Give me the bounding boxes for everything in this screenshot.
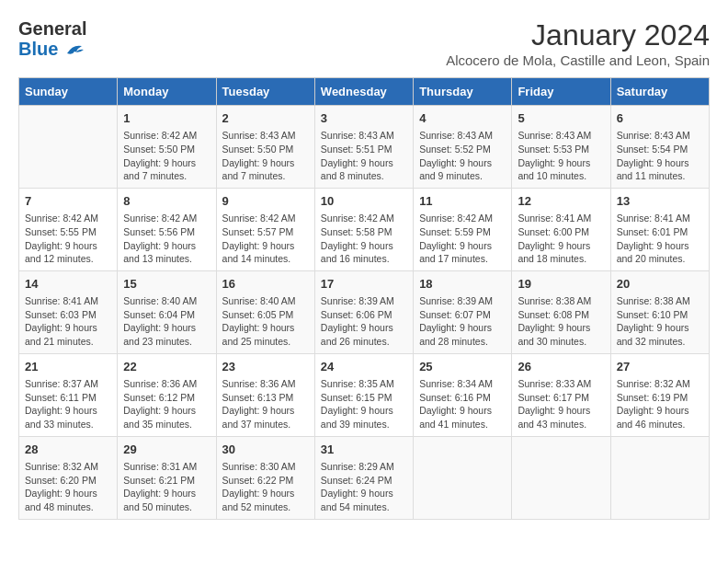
day-content: Sunrise: 8:30 AM Sunset: 6:22 PM Dayligh… xyxy=(222,460,309,514)
header-wednesday: Wednesday xyxy=(314,78,413,106)
day-content: Sunrise: 8:38 AM Sunset: 6:10 PM Dayligh… xyxy=(617,294,703,349)
day-number: 10 xyxy=(321,193,407,210)
header-thursday: Thursday xyxy=(414,78,512,106)
calendar-cell: 16Sunrise: 8:40 AM Sunset: 6:05 PM Dayli… xyxy=(216,270,314,353)
header-tuesday: Tuesday xyxy=(216,78,314,106)
day-content: Sunrise: 8:43 AM Sunset: 5:52 PM Dayligh… xyxy=(419,129,506,183)
calendar-cell: 9Sunrise: 8:42 AM Sunset: 5:57 PM Daylig… xyxy=(216,188,314,270)
calendar-cell: 28Sunrise: 8:32 AM Sunset: 6:20 PM Dayli… xyxy=(19,436,118,519)
day-number: 16 xyxy=(222,276,309,293)
calendar-week-1: 7Sunrise: 8:42 AM Sunset: 5:55 PM Daylig… xyxy=(19,188,710,270)
calendar-header: Sunday Monday Tuesday Wednesday Thursday… xyxy=(19,78,710,106)
day-number: 11 xyxy=(419,193,506,210)
day-content: Sunrise: 8:29 AM Sunset: 6:24 PM Dayligh… xyxy=(321,460,407,514)
day-content: Sunrise: 8:36 AM Sunset: 6:13 PM Dayligh… xyxy=(222,377,309,431)
calendar-week-0: 1Sunrise: 8:42 AM Sunset: 5:50 PM Daylig… xyxy=(19,106,710,189)
day-content: Sunrise: 8:41 AM Sunset: 6:03 PM Dayligh… xyxy=(25,294,111,349)
day-number: 19 xyxy=(518,276,604,293)
calendar-cell xyxy=(19,106,118,189)
calendar-cell: 23Sunrise: 8:36 AM Sunset: 6:13 PM Dayli… xyxy=(216,353,314,436)
day-content: Sunrise: 8:38 AM Sunset: 6:08 PM Dayligh… xyxy=(518,294,604,349)
main-title: January 2024 xyxy=(446,18,710,52)
header-saturday: Saturday xyxy=(610,78,709,106)
day-number: 9 xyxy=(222,193,309,210)
day-content: Sunrise: 8:42 AM Sunset: 5:56 PM Dayligh… xyxy=(123,212,210,266)
calendar-cell: 6Sunrise: 8:43 AM Sunset: 5:54 PM Daylig… xyxy=(610,106,709,189)
day-number: 13 xyxy=(617,193,703,210)
day-content: Sunrise: 8:34 AM Sunset: 6:16 PM Dayligh… xyxy=(419,377,506,431)
calendar-cell xyxy=(610,436,709,519)
day-content: Sunrise: 8:41 AM Sunset: 6:00 PM Dayligh… xyxy=(518,212,604,266)
calendar-cell: 5Sunrise: 8:43 AM Sunset: 5:53 PM Daylig… xyxy=(512,106,610,189)
calendar-cell: 21Sunrise: 8:37 AM Sunset: 6:11 PM Dayli… xyxy=(19,353,118,436)
day-number: 4 xyxy=(419,110,506,127)
day-content: Sunrise: 8:35 AM Sunset: 6:15 PM Dayligh… xyxy=(321,377,407,431)
calendar-cell xyxy=(414,436,512,519)
logo-bird-icon xyxy=(65,40,85,61)
day-number: 14 xyxy=(25,276,111,293)
calendar-cell: 25Sunrise: 8:34 AM Sunset: 6:16 PM Dayli… xyxy=(414,353,512,436)
day-number: 8 xyxy=(123,193,210,210)
calendar-cell: 15Sunrise: 8:40 AM Sunset: 6:04 PM Dayli… xyxy=(118,270,216,353)
calendar-cell: 20Sunrise: 8:38 AM Sunset: 6:10 PM Dayli… xyxy=(610,270,709,353)
calendar-cell: 10Sunrise: 8:42 AM Sunset: 5:58 PM Dayli… xyxy=(314,188,413,270)
calendar-table: Sunday Monday Tuesday Wednesday Thursday… xyxy=(18,77,710,520)
calendar-cell: 1Sunrise: 8:42 AM Sunset: 5:50 PM Daylig… xyxy=(118,106,216,189)
calendar-cell: 31Sunrise: 8:29 AM Sunset: 6:24 PM Dayli… xyxy=(314,436,413,519)
calendar-cell: 11Sunrise: 8:42 AM Sunset: 5:59 PM Dayli… xyxy=(414,188,512,270)
day-content: Sunrise: 8:43 AM Sunset: 5:51 PM Dayligh… xyxy=(321,129,407,183)
calendar-cell: 4Sunrise: 8:43 AM Sunset: 5:52 PM Daylig… xyxy=(414,106,512,189)
day-content: Sunrise: 8:42 AM Sunset: 5:55 PM Dayligh… xyxy=(25,212,111,266)
day-number: 18 xyxy=(419,276,506,293)
day-number: 15 xyxy=(123,276,210,293)
day-content: Sunrise: 8:33 AM Sunset: 6:17 PM Dayligh… xyxy=(518,377,604,431)
calendar-cell: 12Sunrise: 8:41 AM Sunset: 6:00 PM Dayli… xyxy=(512,188,610,270)
day-content: Sunrise: 8:42 AM Sunset: 5:50 PM Dayligh… xyxy=(123,129,210,183)
day-number: 6 xyxy=(617,110,703,127)
day-content: Sunrise: 8:40 AM Sunset: 6:05 PM Dayligh… xyxy=(222,294,309,349)
calendar-cell: 24Sunrise: 8:35 AM Sunset: 6:15 PM Dayli… xyxy=(314,353,413,436)
calendar-cell: 26Sunrise: 8:33 AM Sunset: 6:17 PM Dayli… xyxy=(512,353,610,436)
day-number: 12 xyxy=(518,193,604,210)
day-number: 26 xyxy=(518,359,604,375)
day-number: 28 xyxy=(25,442,111,458)
logo-text: General Blue xyxy=(18,18,86,61)
day-content: Sunrise: 8:42 AM Sunset: 5:58 PM Dayligh… xyxy=(321,212,407,266)
day-number: 2 xyxy=(222,110,309,127)
calendar-cell: 14Sunrise: 8:41 AM Sunset: 6:03 PM Dayli… xyxy=(19,270,118,353)
day-content: Sunrise: 8:39 AM Sunset: 6:07 PM Dayligh… xyxy=(419,294,506,349)
calendar-cell: 2Sunrise: 8:43 AM Sunset: 5:50 PM Daylig… xyxy=(216,106,314,189)
day-content: Sunrise: 8:32 AM Sunset: 6:20 PM Dayligh… xyxy=(25,460,111,514)
day-content: Sunrise: 8:41 AM Sunset: 6:01 PM Dayligh… xyxy=(617,212,703,266)
day-number: 25 xyxy=(419,359,506,375)
day-content: Sunrise: 8:43 AM Sunset: 5:54 PM Dayligh… xyxy=(617,129,703,183)
title-area: January 2024 Alcocero de Mola, Castille … xyxy=(446,18,710,68)
calendar-cell: 13Sunrise: 8:41 AM Sunset: 6:01 PM Dayli… xyxy=(610,188,709,270)
day-number: 29 xyxy=(123,442,210,458)
calendar-cell xyxy=(512,436,610,519)
day-number: 20 xyxy=(617,276,703,293)
calendar-cell: 27Sunrise: 8:32 AM Sunset: 6:19 PM Dayli… xyxy=(610,353,709,436)
header: General Blue January 2024 Alcocero de Mo… xyxy=(18,18,710,68)
day-content: Sunrise: 8:42 AM Sunset: 5:59 PM Dayligh… xyxy=(419,212,506,266)
day-content: Sunrise: 8:39 AM Sunset: 6:06 PM Dayligh… xyxy=(321,294,407,349)
day-number: 27 xyxy=(617,359,703,375)
day-content: Sunrise: 8:32 AM Sunset: 6:19 PM Dayligh… xyxy=(617,377,703,431)
calendar-cell: 30Sunrise: 8:30 AM Sunset: 6:22 PM Dayli… xyxy=(216,436,314,519)
day-content: Sunrise: 8:31 AM Sunset: 6:21 PM Dayligh… xyxy=(123,460,210,514)
header-sunday: Sunday xyxy=(19,78,118,106)
day-content: Sunrise: 8:36 AM Sunset: 6:12 PM Dayligh… xyxy=(123,377,210,431)
calendar-cell: 3Sunrise: 8:43 AM Sunset: 5:51 PM Daylig… xyxy=(314,106,413,189)
calendar-cell: 7Sunrise: 8:42 AM Sunset: 5:55 PM Daylig… xyxy=(19,188,118,270)
calendar-week-4: 28Sunrise: 8:32 AM Sunset: 6:20 PM Dayli… xyxy=(19,436,710,519)
day-content: Sunrise: 8:43 AM Sunset: 5:50 PM Dayligh… xyxy=(222,129,309,183)
day-number: 3 xyxy=(321,110,407,127)
day-number: 1 xyxy=(123,110,210,127)
day-number: 30 xyxy=(222,442,309,458)
calendar-cell: 17Sunrise: 8:39 AM Sunset: 6:06 PM Dayli… xyxy=(314,270,413,353)
day-content: Sunrise: 8:42 AM Sunset: 5:57 PM Dayligh… xyxy=(222,212,309,266)
calendar-body: 1Sunrise: 8:42 AM Sunset: 5:50 PM Daylig… xyxy=(19,106,710,520)
calendar-cell: 18Sunrise: 8:39 AM Sunset: 6:07 PM Dayli… xyxy=(414,270,512,353)
day-content: Sunrise: 8:40 AM Sunset: 6:04 PM Dayligh… xyxy=(123,294,210,349)
calendar-cell: 22Sunrise: 8:36 AM Sunset: 6:12 PM Dayli… xyxy=(118,353,216,436)
